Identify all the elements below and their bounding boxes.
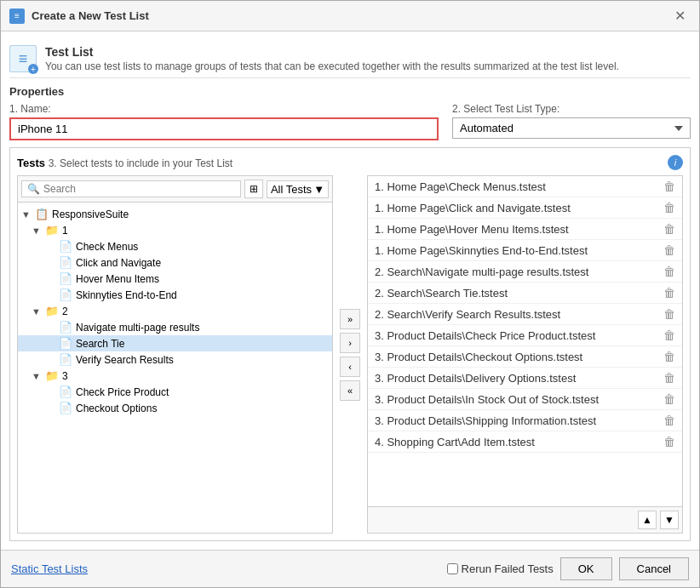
list-item: 3. Product Details\Delivery Options.tste… xyxy=(368,368,682,389)
dialog-content: ≡ Test List You can use test lists to ma… xyxy=(1,31,699,550)
tree-item[interactable]: 📄 Navigate multi-page results xyxy=(18,319,332,335)
delete-button[interactable]: 🗑 xyxy=(663,328,675,342)
remove-one-button[interactable]: ‹ xyxy=(340,357,360,377)
static-test-lists-link[interactable]: Static Test Lists xyxy=(11,562,88,575)
filter-arrow-icon: ▼ xyxy=(313,183,324,196)
list-item-text: 1. Home Page\Skinnyties End-to-End.tstes… xyxy=(375,244,660,257)
test-list-icon: ≡ xyxy=(9,45,37,72)
cancel-button[interactable]: Cancel xyxy=(619,557,689,580)
info-button[interactable]: i xyxy=(668,155,683,170)
move-up-button[interactable]: ▲ xyxy=(638,511,657,529)
tree-item[interactable]: 📄 Skinnyties End-to-End xyxy=(18,287,332,303)
properties-title: Properties xyxy=(9,85,691,98)
list-item: 1. Home Page\Hover Menu Items.tstest 🗑 xyxy=(368,219,682,240)
filter-dropdown[interactable]: All Tests ▼ xyxy=(267,180,329,198)
list-item: 1. Home Page\Skinnyties End-to-End.tstes… xyxy=(368,240,682,261)
delete-button[interactable]: 🗑 xyxy=(663,222,675,236)
tree-item[interactable]: ▼ 📋 ResponsiveSuite xyxy=(18,206,332,222)
search-input[interactable] xyxy=(43,183,235,195)
info-description: You can use test lists to manage groups … xyxy=(45,60,619,72)
list-item-text: 4. Shopping Cart\Add Item.tstest xyxy=(375,436,660,448)
list-item-text: 2. Search\Verify Search Results.tstest xyxy=(375,308,660,321)
list-item: 4. Shopping Cart\Add Item.tstest 🗑 xyxy=(368,431,682,453)
add-one-button[interactable]: › xyxy=(340,333,360,353)
list-item-text: 2. Search\Navigate multi-page results.ts… xyxy=(375,265,660,278)
search-icon: 🔍 xyxy=(27,183,40,195)
expand-button[interactable]: ⊞ xyxy=(244,180,263,198)
rerun-failed-checkbox[interactable] xyxy=(447,563,458,574)
tree-label: Hover Menu Items xyxy=(76,273,159,285)
tree-item[interactable]: ▼ 📁 3 xyxy=(18,368,332,384)
test-icon: 📄 xyxy=(59,402,72,414)
tree-toggle-icon: ▼ xyxy=(32,225,42,236)
list-item: 3. Product Details\Checkout Options.tste… xyxy=(368,346,682,368)
tree-item[interactable]: 📄 Check Price Product xyxy=(18,384,332,400)
folder-icon: 📁 xyxy=(45,224,59,237)
delete-button[interactable]: 🗑 xyxy=(663,201,675,214)
tree-label: 2 xyxy=(62,305,68,317)
tests-title: Tests xyxy=(17,157,45,169)
dialog-title: Create a New Test List xyxy=(32,9,149,22)
tests-subtitle: 3. Select tests to include in your Test … xyxy=(49,157,233,169)
name-field: 1. Name: xyxy=(9,103,439,140)
list-item-text: 1. Home Page\Click and Navigate.tstest xyxy=(375,202,660,214)
type-select[interactable]: Automated Manual xyxy=(452,117,691,139)
tests-section-title: Tests 3. Select tests to include in your… xyxy=(17,157,232,169)
tree-label: Checkout Options xyxy=(76,402,157,414)
tree-item[interactable]: 📄 Verify Search Results xyxy=(18,351,332,368)
tree-item[interactable]: ▼ 📁 1 xyxy=(18,222,332,238)
list-item: 3. Product Details\Check Price Product.t… xyxy=(368,325,682,346)
left-panel: 🔍 ⊞ All Tests ▼ ▼ 📋 xyxy=(17,175,333,534)
tree-item[interactable]: 📄 Click and Navigate xyxy=(18,254,332,271)
type-label: 2. Select Test List Type: xyxy=(452,103,691,115)
tree-item[interactable]: 📄 Hover Menu Items xyxy=(18,271,332,287)
name-input[interactable] xyxy=(9,117,439,140)
delete-button[interactable]: 🗑 xyxy=(663,414,675,427)
suite-icon: 📋 xyxy=(35,208,49,220)
list-item-text: 3. Product Details\Check Price Product.t… xyxy=(375,329,660,342)
rerun-failed-text: Rerun Failed Tests xyxy=(462,562,554,575)
test-icon: 📄 xyxy=(59,256,72,269)
add-all-button[interactable]: » xyxy=(340,309,360,329)
tree-label: Navigate multi-page results xyxy=(76,322,199,334)
tree-item[interactable]: 📄 Search Tie xyxy=(18,335,332,351)
tree-label: Click and Navigate xyxy=(76,257,161,269)
delete-button[interactable]: 🗑 xyxy=(663,435,675,448)
test-icon: 📄 xyxy=(59,240,72,253)
tree-label: Search Tie xyxy=(76,338,124,350)
delete-button[interactable]: 🗑 xyxy=(663,371,675,385)
info-title: Test List xyxy=(45,45,619,59)
list-item-text: 2. Search\Search Tie.tstest xyxy=(375,287,660,300)
delete-button[interactable]: 🗑 xyxy=(663,265,675,278)
rerun-failed-label[interactable]: Rerun Failed Tests xyxy=(447,562,554,575)
footer-left: Static Test Lists xyxy=(11,562,88,575)
footer-right: Rerun Failed Tests OK Cancel xyxy=(447,557,689,580)
delete-button[interactable]: 🗑 xyxy=(663,392,675,406)
left-toolbar: 🔍 ⊞ All Tests ▼ xyxy=(18,176,332,203)
delete-button[interactable]: 🗑 xyxy=(663,243,675,257)
delete-button[interactable]: 🗑 xyxy=(663,180,675,193)
tree-label: 3 xyxy=(62,370,68,382)
list-item: 1. Home Page\Click and Navigate.tstest 🗑 xyxy=(368,197,682,219)
tree-item[interactable]: 📄 Checkout Options xyxy=(18,400,332,416)
close-button[interactable]: ✕ xyxy=(669,6,691,26)
list-item: 2. Search\Verify Search Results.tstest 🗑 xyxy=(368,304,682,325)
properties-section: Properties 1. Name: 2. Select Test List … xyxy=(9,85,691,140)
list-item: 2. Search\Search Tie.tstest 🗑 xyxy=(368,283,682,304)
delete-button[interactable]: 🗑 xyxy=(663,286,675,300)
tree-item[interactable]: ▼ 📁 2 xyxy=(18,303,332,319)
tree-toggle-icon: ▼ xyxy=(32,371,42,381)
ok-button[interactable]: OK xyxy=(560,557,612,580)
remove-all-button[interactable]: « xyxy=(340,380,360,401)
test-icon: 📄 xyxy=(59,337,72,350)
test-icon: 📄 xyxy=(59,353,72,366)
info-text: Test List You can use test lists to mana… xyxy=(45,45,619,72)
dialog-footer: Static Test Lists Rerun Failed Tests OK … xyxy=(1,550,699,587)
tree-item[interactable]: 📄 Check Menus xyxy=(18,238,332,254)
delete-button[interactable]: 🗑 xyxy=(663,307,675,321)
move-down-button[interactable]: ▼ xyxy=(660,511,679,529)
list-item-text: 1. Home Page\Check Menus.tstest xyxy=(375,180,660,193)
list-item-text: 3. Product Details\Delivery Options.tste… xyxy=(375,372,660,385)
delete-button[interactable]: 🗑 xyxy=(663,350,675,363)
test-icon: 📄 xyxy=(59,321,72,334)
